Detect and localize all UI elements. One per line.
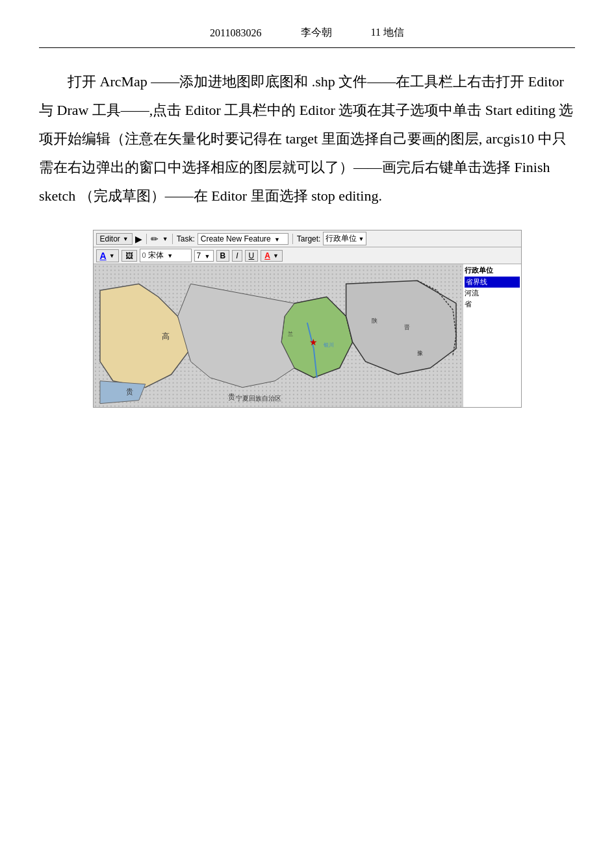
svg-text:宁夏回族自治区: 宁夏回族自治区	[236, 395, 281, 402]
separator-3	[292, 234, 293, 244]
svg-text:贵: 贵	[125, 388, 133, 395]
toolbar-row-2: A ▼ 🖼 0 宋体 ▼ 7 ▼ B I U	[94, 247, 521, 264]
pencil-icon[interactable]: ✏	[151, 234, 159, 244]
font-size-select[interactable]: 7 ▼	[194, 250, 214, 262]
font-a-arrow: ▼	[109, 253, 115, 259]
font-a-button[interactable]: A ▼	[96, 249, 119, 262]
color-a-arrow: ▼	[273, 253, 279, 259]
sidebar-layer-title: 行政单位	[465, 266, 520, 275]
sidebar-item-0[interactable]: 省界线	[465, 277, 520, 288]
bold-button[interactable]: B	[216, 250, 230, 262]
italic-button[interactable]: I	[232, 250, 242, 262]
arrow-tool[interactable]: ▶	[135, 234, 142, 244]
map-svg: ★ 宁夏回族自治区 高 贵 贵 陕 晋 豫 银川	[94, 264, 463, 407]
target-value: 行政单位	[326, 233, 357, 244]
font-dropdown-arrow: ▼	[167, 253, 173, 259]
svg-text:银川: 银川	[322, 342, 333, 348]
editor-button[interactable]: Editor ▼	[96, 233, 133, 245]
font-a-label: A	[100, 251, 107, 261]
font-name: 宋体	[148, 251, 164, 260]
screenshot-container: Editor ▼ ▶ ✏ ▼ Task: Create New Feature …	[93, 230, 522, 408]
map-sidebar: 行政单位 省界线 河流 省	[463, 264, 521, 407]
size-dropdown-arrow: ▼	[205, 253, 211, 260]
underline-button[interactable]: U	[245, 250, 259, 262]
task-input[interactable]: Create New Feature ▼	[198, 233, 288, 245]
target-dropdown[interactable]: 行政单位 ▼	[323, 232, 366, 245]
sidebar-item-1[interactable]: 河流	[465, 288, 520, 299]
bold-label: B	[220, 251, 226, 260]
map-main: ★ 宁夏回族自治区 高 贵 贵 陕 晋 豫 银川	[94, 264, 463, 407]
color-a-label: A	[264, 251, 270, 260]
editor-label: Editor	[100, 234, 120, 243]
svg-text:兰: 兰	[287, 331, 292, 337]
color-a-button[interactable]: A ▼	[261, 250, 283, 262]
student-id: 2011083026	[210, 27, 261, 39]
font-select[interactable]: 0 宋体 ▼	[140, 249, 192, 262]
separator-2	[172, 234, 173, 244]
student-class: 11 地信	[371, 26, 404, 40]
font-icon: 0	[142, 251, 146, 259]
task-dropdown-arrow: ▼	[274, 236, 280, 243]
font-size-value: 7	[197, 251, 201, 260]
image-button[interactable]: 🖼	[122, 250, 137, 262]
toolbar-row-1: Editor ▼ ▶ ✏ ▼ Task: Create New Feature …	[94, 230, 521, 247]
sidebar-item-2[interactable]: 省	[465, 299, 520, 310]
underline-label: U	[249, 251, 255, 260]
svg-text:晋: 晋	[404, 324, 410, 330]
svg-text:贵: 贵	[228, 393, 235, 401]
map-marker: ★	[309, 338, 318, 347]
header: 2011083026 李今朝 11 地信	[39, 26, 575, 48]
student-name: 李今朝	[301, 26, 332, 40]
svg-text:高: 高	[161, 332, 169, 341]
map-area: ★ 宁夏回族自治区 高 贵 贵 陕 晋 豫 银川	[94, 264, 521, 407]
image-icon: 🖼	[125, 251, 133, 260]
task-label: Task:	[177, 234, 195, 243]
body-paragraph: 打开 ArcMap ——添加进地图即底图和 .shp 文件——在工具栏上右击打开…	[39, 68, 575, 210]
target-dropdown-arrow: ▼	[358, 236, 364, 242]
separator-1	[146, 234, 147, 244]
pencil-dropdown-arrow: ▼	[162, 236, 168, 242]
editor-dropdown-arrow: ▼	[123, 236, 129, 242]
svg-text:豫: 豫	[417, 350, 423, 356]
svg-text:陕: 陕	[372, 317, 377, 324]
task-value: Create New Feature	[201, 234, 271, 243]
page: 2011083026 李今朝 11 地信 打开 ArcMap ——添加进地图即底…	[0, 0, 614, 868]
target-label: Target:	[297, 234, 321, 243]
italic-label: I	[236, 251, 238, 260]
